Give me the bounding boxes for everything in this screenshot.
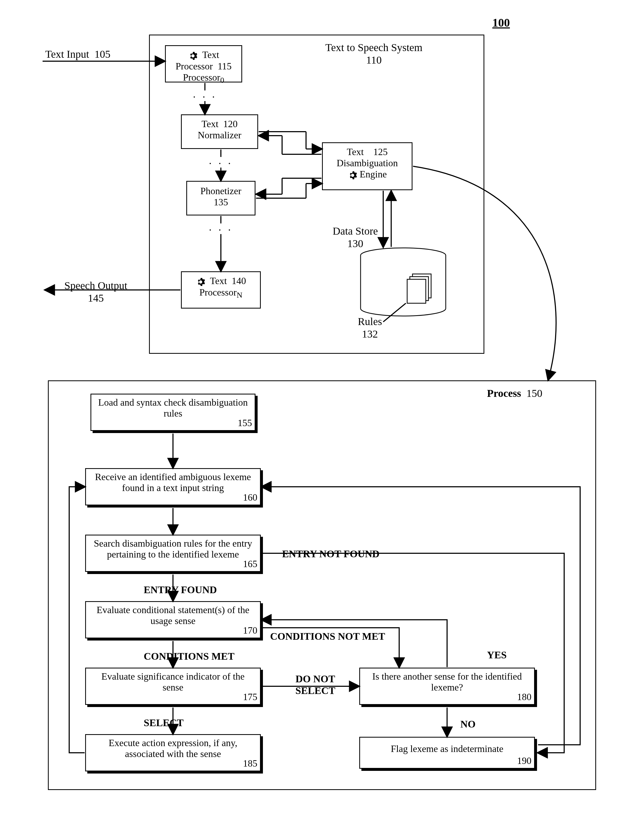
text-input-label: Text Input 105	[45, 48, 110, 60]
step-170-text: Evaluate conditional statement(s) of the…	[89, 603, 257, 627]
process-title-ref: 150	[526, 387, 542, 399]
step-160-text: Receive an identified ambiguous lexeme f…	[89, 470, 257, 494]
rules-ref: 132	[362, 328, 378, 340]
rules-text: Rules	[358, 315, 382, 328]
step-155-ref: 155	[238, 417, 252, 429]
box120-label1: Text	[201, 119, 218, 129]
box120-ref: 120	[223, 119, 238, 129]
box-text-processor-0: Text Processor 115 Processor0	[165, 45, 242, 83]
speech-output-ref: 145	[88, 292, 104, 304]
ellipsis-icon: . . .	[184, 88, 226, 100]
step-170-ref: 170	[243, 625, 257, 636]
step-175: Evaluate significance indicator of the s…	[85, 667, 261, 705]
speech-output-text: Speech Output	[64, 280, 127, 292]
step-160: Receive an identified ambiguous lexeme f…	[85, 468, 261, 505]
label-entry-found: ENTRY FOUND	[144, 584, 217, 595]
gear-icon	[188, 51, 198, 61]
label-select: SELECT	[144, 717, 184, 729]
box125-l3: Engine	[360, 169, 387, 179]
box125-ref: 125	[373, 147, 388, 157]
gear-icon	[196, 277, 205, 287]
step-170: Evaluate conditional statement(s) of the…	[85, 601, 261, 638]
ellipsis-icon: . . .	[199, 221, 242, 233]
step-190-text: Flag lexeme as indeterminate	[363, 739, 531, 755]
label-conditions-met: CONDITIONS MET	[144, 651, 235, 662]
step-160-ref: 160	[243, 492, 257, 503]
label-yes: YES	[487, 649, 507, 661]
box120-label2: Normalizer	[198, 130, 241, 141]
step-190: Flag lexeme as indeterminate 190	[359, 737, 535, 769]
box-disambiguation-engine: Text 125 Disambiguation Engine	[322, 142, 412, 190]
svg-rect-3	[407, 279, 426, 303]
step-155: Load and syntax check disambiguation rul…	[90, 394, 256, 431]
text-input-text: Text Input	[45, 48, 89, 60]
datastore-label: Data Store 130	[322, 225, 388, 250]
box135-ref: 135	[214, 197, 228, 207]
step-180-ref: 180	[517, 691, 531, 703]
box-text-normalizer: Text 120 Normalizer	[181, 114, 258, 149]
step-180-text: Is there another sense for the identifie…	[363, 670, 531, 693]
step-175-text: Evaluate significance indicator of the s…	[89, 670, 257, 693]
system-title-ref: 110	[366, 54, 382, 66]
step-190-ref: 190	[517, 755, 531, 766]
box115-ref: 115	[218, 61, 232, 72]
step-185: Execute action expression, if any, assoc…	[85, 734, 261, 772]
speech-output-label: Speech Output 145	[56, 279, 136, 304]
rules-label: Rules 132	[346, 315, 394, 340]
datastore-text: Data Store	[333, 225, 378, 237]
box140-label2: ProcessorN	[199, 287, 242, 298]
step-165: Search disambiguation rules for the entr…	[85, 535, 261, 572]
step-165-ref: 165	[243, 558, 257, 569]
box140-ref: 140	[232, 276, 246, 286]
box140-label1: Text	[210, 276, 227, 286]
box125-l1: Text	[347, 147, 363, 157]
process-title-text: Process	[487, 387, 521, 399]
process-panel	[48, 380, 596, 790]
figure-ref: 100	[492, 16, 510, 29]
step-185-ref: 185	[243, 758, 257, 769]
system-title-text: Text to Speech System	[325, 41, 423, 54]
ellipsis-icon: . . .	[199, 154, 242, 167]
step-180: Is there another sense for the identifie…	[359, 667, 535, 705]
label-no: NO	[460, 718, 475, 730]
box115-label2: Processor0	[183, 72, 224, 83]
step-175-ref: 175	[243, 691, 257, 703]
system-title: Text to Speech System 110	[314, 41, 434, 66]
label-do-not-select: DO NOT SELECT	[282, 673, 349, 697]
datastore-cylinder-icon	[359, 247, 447, 317]
text-input-ref: 105	[95, 48, 110, 60]
gear-icon	[348, 170, 357, 180]
box-phonetizer: Phonetizer 135	[186, 181, 256, 216]
process-title: Process 150	[487, 387, 542, 400]
step-165-text: Search disambiguation rules for the entr…	[89, 537, 257, 560]
box125-l2: Disambiguation	[337, 158, 398, 168]
datastore-ref: 130	[347, 237, 363, 250]
label-conditions-not-met: CONDITIONS NOT MET	[270, 631, 385, 642]
box135-label: Phonetizer	[200, 186, 241, 196]
box-text-processor-n: Text 140 ProcessorN	[181, 271, 261, 309]
step-155-text: Load and syntax check disambiguation rul…	[94, 396, 252, 419]
step-185-text: Execute action expression, if any, assoc…	[89, 736, 257, 760]
label-entry-not-found: ENTRY NOT FOUND	[282, 548, 379, 560]
